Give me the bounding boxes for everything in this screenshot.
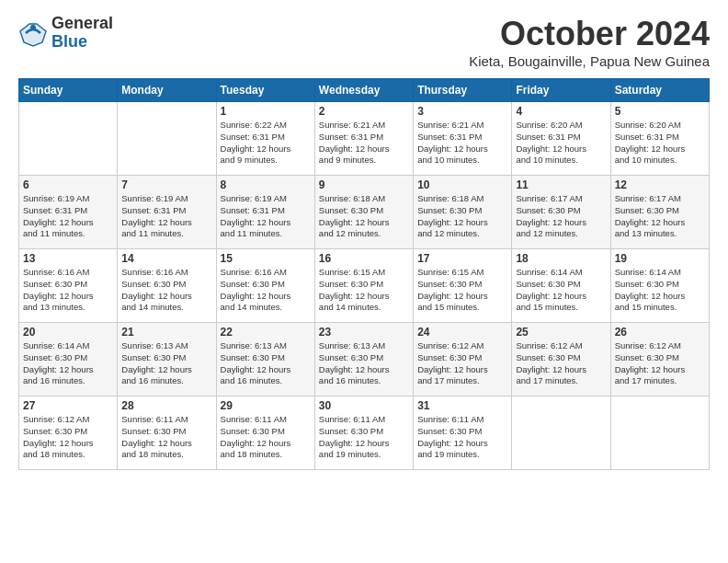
day-info: Sunrise: 6:14 AMSunset: 6:30 PMDaylight:… (516, 267, 606, 314)
day-number: 18 (516, 252, 606, 265)
day-number: 23 (319, 326, 409, 339)
day-info: Sunrise: 6:12 AMSunset: 6:30 PMDaylight:… (23, 414, 113, 461)
calendar-week-2: 6Sunrise: 6:19 AMSunset: 6:31 PMDaylight… (19, 176, 710, 249)
day-number: 22 (221, 326, 311, 339)
calendar-cell: 20Sunrise: 6:14 AMSunset: 6:30 PMDayligh… (19, 323, 118, 396)
day-number: 15 (221, 252, 311, 265)
calendar-cell: 19Sunrise: 6:14 AMSunset: 6:30 PMDayligh… (610, 249, 709, 323)
day-number: 31 (417, 399, 507, 412)
calendar-cell: 11Sunrise: 6:17 AMSunset: 6:30 PMDayligh… (512, 176, 610, 249)
logo-icon (18, 18, 48, 48)
day-info: Sunrise: 6:21 AMSunset: 6:31 PMDaylight:… (417, 120, 507, 167)
logo: General Blue (18, 15, 113, 52)
day-number: 3 (417, 105, 507, 118)
day-info: Sunrise: 6:20 AMSunset: 6:31 PMDaylight:… (516, 120, 606, 167)
weekday-header-tuesday: Tuesday (216, 79, 314, 102)
day-number: 20 (23, 326, 113, 339)
calendar-cell: 17Sunrise: 6:15 AMSunset: 6:30 PMDayligh… (414, 249, 512, 323)
weekday-header-wednesday: Wednesday (314, 79, 413, 102)
calendar-cell: 13Sunrise: 6:16 AMSunset: 6:30 PMDayligh… (19, 249, 118, 323)
calendar-cell (118, 102, 216, 176)
day-info: Sunrise: 6:19 AMSunset: 6:31 PMDaylight:… (221, 193, 311, 240)
calendar-cell: 15Sunrise: 6:16 AMSunset: 6:30 PMDayligh… (216, 249, 314, 323)
day-number: 29 (221, 399, 311, 412)
calendar-cell: 27Sunrise: 6:12 AMSunset: 6:30 PMDayligh… (19, 396, 118, 470)
day-number: 11 (516, 178, 606, 191)
day-info: Sunrise: 6:12 AMSunset: 6:30 PMDaylight:… (417, 340, 507, 387)
calendar-cell (19, 102, 118, 176)
calendar-cell: 14Sunrise: 6:16 AMSunset: 6:30 PMDayligh… (118, 249, 216, 323)
calendar-cell: 18Sunrise: 6:14 AMSunset: 6:30 PMDayligh… (512, 249, 610, 323)
calendar-cell: 22Sunrise: 6:13 AMSunset: 6:30 PMDayligh… (216, 323, 314, 396)
day-number: 13 (23, 252, 113, 265)
day-number: 26 (615, 326, 705, 339)
day-number: 1 (221, 105, 311, 118)
day-info: Sunrise: 6:13 AMSunset: 6:30 PMDaylight:… (319, 340, 409, 387)
calendar-cell: 30Sunrise: 6:11 AMSunset: 6:30 PMDayligh… (314, 396, 413, 470)
day-number: 8 (221, 178, 311, 191)
day-info: Sunrise: 6:15 AMSunset: 6:30 PMDaylight:… (319, 267, 409, 314)
calendar-table: SundayMondayTuesdayWednesdayThursdayFrid… (18, 78, 710, 470)
day-number: 4 (516, 105, 606, 118)
svg-point-2 (30, 25, 36, 30)
weekday-header-friday: Friday (512, 79, 610, 102)
calendar-cell: 1Sunrise: 6:22 AMSunset: 6:31 PMDaylight… (216, 102, 314, 176)
calendar-cell: 24Sunrise: 6:12 AMSunset: 6:30 PMDayligh… (414, 323, 512, 396)
title-block: October 2024 Kieta, Bougainville, Papua … (469, 15, 710, 69)
day-info: Sunrise: 6:16 AMSunset: 6:30 PMDaylight:… (121, 267, 211, 314)
calendar-week-5: 27Sunrise: 6:12 AMSunset: 6:30 PMDayligh… (19, 396, 710, 470)
day-info: Sunrise: 6:20 AMSunset: 6:31 PMDaylight:… (615, 120, 705, 167)
calendar-cell: 21Sunrise: 6:13 AMSunset: 6:30 PMDayligh… (118, 323, 216, 396)
day-info: Sunrise: 6:11 AMSunset: 6:30 PMDaylight:… (121, 414, 211, 461)
calendar-cell: 29Sunrise: 6:11 AMSunset: 6:30 PMDayligh… (216, 396, 314, 470)
calendar-cell: 3Sunrise: 6:21 AMSunset: 6:31 PMDaylight… (414, 102, 512, 176)
logo-blue-text: Blue (51, 33, 113, 52)
day-info: Sunrise: 6:12 AMSunset: 6:30 PMDaylight:… (615, 340, 705, 387)
weekday-header-thursday: Thursday (414, 79, 512, 102)
calendar-cell (610, 396, 709, 470)
calendar-week-4: 20Sunrise: 6:14 AMSunset: 6:30 PMDayligh… (19, 323, 710, 396)
day-info: Sunrise: 6:11 AMSunset: 6:30 PMDaylight:… (417, 414, 507, 461)
day-info: Sunrise: 6:19 AMSunset: 6:31 PMDaylight:… (23, 193, 113, 240)
day-info: Sunrise: 6:21 AMSunset: 6:31 PMDaylight:… (319, 120, 409, 167)
weekday-header-saturday: Saturday (610, 79, 709, 102)
day-info: Sunrise: 6:13 AMSunset: 6:30 PMDaylight:… (221, 340, 311, 387)
day-info: Sunrise: 6:11 AMSunset: 6:30 PMDaylight:… (221, 414, 311, 461)
calendar-cell: 9Sunrise: 6:18 AMSunset: 6:30 PMDaylight… (314, 176, 413, 249)
day-info: Sunrise: 6:17 AMSunset: 6:30 PMDaylight:… (615, 193, 705, 240)
day-info: Sunrise: 6:12 AMSunset: 6:30 PMDaylight:… (516, 340, 606, 387)
day-number: 24 (417, 326, 507, 339)
day-number: 19 (615, 252, 705, 265)
calendar-cell: 4Sunrise: 6:20 AMSunset: 6:31 PMDaylight… (512, 102, 610, 176)
logo-general-text: General (51, 15, 113, 33)
calendar-cell: 7Sunrise: 6:19 AMSunset: 6:31 PMDaylight… (118, 176, 216, 249)
calendar-cell: 31Sunrise: 6:11 AMSunset: 6:30 PMDayligh… (414, 396, 512, 470)
page: General Blue October 2024 Kieta, Bougain… (0, 0, 728, 479)
weekday-header-monday: Monday (118, 79, 216, 102)
weekday-header-row: SundayMondayTuesdayWednesdayThursdayFrid… (19, 79, 710, 102)
day-number: 25 (516, 326, 606, 339)
calendar-cell: 10Sunrise: 6:18 AMSunset: 6:30 PMDayligh… (414, 176, 512, 249)
day-number: 17 (417, 252, 507, 265)
calendar-cell: 25Sunrise: 6:12 AMSunset: 6:30 PMDayligh… (512, 323, 610, 396)
day-info: Sunrise: 6:14 AMSunset: 6:30 PMDaylight:… (23, 340, 113, 387)
day-number: 16 (319, 252, 409, 265)
calendar-week-3: 13Sunrise: 6:16 AMSunset: 6:30 PMDayligh… (19, 249, 710, 323)
month-title: October 2024 (469, 15, 710, 53)
day-number: 9 (319, 178, 409, 191)
day-info: Sunrise: 6:17 AMSunset: 6:30 PMDaylight:… (516, 193, 606, 240)
calendar-cell: 2Sunrise: 6:21 AMSunset: 6:31 PMDaylight… (314, 102, 413, 176)
calendar-cell: 16Sunrise: 6:15 AMSunset: 6:30 PMDayligh… (314, 249, 413, 323)
day-info: Sunrise: 6:18 AMSunset: 6:30 PMDaylight:… (417, 193, 507, 240)
day-info: Sunrise: 6:22 AMSunset: 6:31 PMDaylight:… (221, 120, 311, 167)
day-number: 2 (319, 105, 409, 118)
day-info: Sunrise: 6:16 AMSunset: 6:30 PMDaylight:… (23, 267, 113, 314)
day-number: 5 (615, 105, 705, 118)
calendar-week-1: 1Sunrise: 6:22 AMSunset: 6:31 PMDaylight… (19, 102, 710, 176)
header: General Blue October 2024 Kieta, Bougain… (18, 15, 710, 69)
day-number: 30 (319, 399, 409, 412)
day-info: Sunrise: 6:18 AMSunset: 6:30 PMDaylight:… (319, 193, 409, 240)
calendar-cell: 8Sunrise: 6:19 AMSunset: 6:31 PMDaylight… (216, 176, 314, 249)
day-number: 12 (615, 178, 705, 191)
calendar-cell: 6Sunrise: 6:19 AMSunset: 6:31 PMDaylight… (19, 176, 118, 249)
